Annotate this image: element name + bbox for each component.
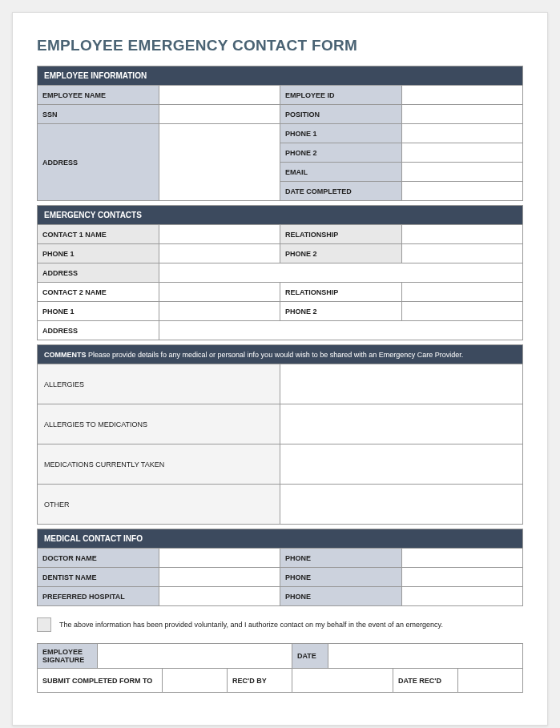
label-contact2-phone1: PHONE 1 xyxy=(38,302,159,321)
label-employee-signature: EMPLOYEE SIGNATURE xyxy=(38,644,98,669)
medical-header: MEDICAL CONTACT INFO xyxy=(38,529,523,549)
input-submit-to[interactable] xyxy=(163,669,228,693)
emergency-contacts-header: EMERGENCY CONTACTS xyxy=(38,206,523,225)
authorization-checkbox[interactable] xyxy=(37,617,51,632)
input-phone2[interactable] xyxy=(401,143,523,163)
label-dentist-phone: PHONE xyxy=(280,568,402,587)
input-contact2-phone1[interactable] xyxy=(159,302,280,321)
authorization-row: The above information has been provided … xyxy=(37,617,523,632)
input-hospital[interactable] xyxy=(159,587,280,606)
label-email: EMAIL xyxy=(280,163,402,182)
input-contact2-relationship[interactable] xyxy=(401,283,523,302)
input-email[interactable] xyxy=(401,163,523,182)
input-position[interactable] xyxy=(401,105,523,124)
comments-header-bold: COMMENTS xyxy=(44,351,87,359)
label-medications: MEDICATIONS CURRENTLY TAKEN xyxy=(38,444,280,485)
input-date-recd[interactable] xyxy=(458,669,523,693)
input-allergies-meds[interactable] xyxy=(280,404,523,444)
input-doctor[interactable] xyxy=(159,549,280,568)
label-submit-to: SUBMIT COMPLETED FORM TO xyxy=(38,669,163,693)
page-title: EMPLOYEE EMERGENCY CONTACT FORM xyxy=(37,37,523,54)
label-allergies: ALLERGIES xyxy=(38,364,280,404)
input-recd-by[interactable] xyxy=(292,669,393,693)
input-phone1[interactable] xyxy=(401,124,523,143)
input-allergies[interactable] xyxy=(280,364,523,404)
label-other: OTHER xyxy=(38,485,280,525)
label-phone2: PHONE 2 xyxy=(280,143,402,163)
comments-header-text: Please provide details fo any medical or… xyxy=(87,351,464,359)
label-contact1-relationship: RELATIONSHIP xyxy=(280,225,402,244)
label-doctor: DOCTOR NAME xyxy=(38,549,159,568)
label-contact1-name: CONTACT 1 NAME xyxy=(38,225,159,244)
label-recd-by: REC'D BY xyxy=(228,669,292,693)
label-date: DATE xyxy=(292,644,328,669)
label-date-completed: DATE COMPLETED xyxy=(280,182,402,201)
label-phone1: PHONE 1 xyxy=(280,124,402,143)
input-contact1-name[interactable] xyxy=(159,225,280,244)
label-doctor-phone: PHONE xyxy=(280,549,402,568)
label-date-recd: DATE REC'D xyxy=(393,669,458,693)
label-contact1-phone2: PHONE 2 xyxy=(280,244,402,263)
input-doctor-phone[interactable] xyxy=(401,549,523,568)
label-ssn: SSN xyxy=(38,105,159,124)
authorization-text: The above information has been provided … xyxy=(59,621,443,629)
label-contact1-phone1: PHONE 1 xyxy=(38,244,159,263)
comments-table: COMMENTS Please provide details fo any m… xyxy=(37,344,523,525)
label-address: ADDRESS xyxy=(38,124,159,201)
medical-contact-table: MEDICAL CONTACT INFO DOCTOR NAME PHONE D… xyxy=(37,529,523,606)
comments-header: COMMENTS Please provide details fo any m… xyxy=(38,345,523,364)
label-hospital-phone: PHONE xyxy=(280,587,402,606)
label-contact2-phone2: PHONE 2 xyxy=(280,302,402,321)
label-contact1-address: ADDRESS xyxy=(38,263,159,283)
input-contact1-phone2[interactable] xyxy=(401,244,523,263)
input-dentist-phone[interactable] xyxy=(401,568,523,587)
label-position: POSITION xyxy=(280,105,402,124)
input-employee-name[interactable] xyxy=(159,86,280,105)
form-page: EMPLOYEE EMERGENCY CONTACT FORM EMPLOYEE… xyxy=(12,12,548,726)
label-contact2-address: ADDRESS xyxy=(38,321,159,340)
input-contact2-name[interactable] xyxy=(159,283,280,302)
label-dentist: DENTIST NAME xyxy=(38,568,159,587)
input-hospital-phone[interactable] xyxy=(401,587,523,606)
input-contact1-relationship[interactable] xyxy=(401,225,523,244)
input-employee-signature[interactable] xyxy=(98,644,292,669)
input-contact1-address[interactable] xyxy=(159,263,523,283)
emergency-contacts-table: EMERGENCY CONTACTS CONTACT 1 NAME RELATI… xyxy=(37,205,523,340)
input-date[interactable] xyxy=(328,644,523,669)
label-contact2-name: CONTACT 2 NAME xyxy=(38,283,159,302)
label-employee-name: EMPLOYEE NAME xyxy=(38,86,159,105)
input-contact1-phone1[interactable] xyxy=(159,244,280,263)
input-address[interactable] xyxy=(159,124,280,201)
signature-table: EMPLOYEE SIGNATURE DATE SUBMIT COMPLETED… xyxy=(37,643,523,693)
employee-info-table: EMPLOYEE INFORMATION EMPLOYEE NAME EMPLO… xyxy=(37,66,523,201)
input-contact2-phone2[interactable] xyxy=(401,302,523,321)
label-contact2-relationship: RELATIONSHIP xyxy=(280,283,402,302)
input-date-completed[interactable] xyxy=(401,182,523,201)
input-dentist[interactable] xyxy=(159,568,280,587)
input-medications[interactable] xyxy=(280,444,523,485)
label-hospital: PREFERRED HOSPITAL xyxy=(38,587,159,606)
input-employee-id[interactable] xyxy=(401,86,523,105)
input-ssn[interactable] xyxy=(159,105,280,124)
input-other[interactable] xyxy=(280,485,523,525)
input-contact2-address[interactable] xyxy=(159,321,523,340)
label-allergies-meds: ALLERGIES TO MEDICATIONS xyxy=(38,404,280,444)
label-employee-id: EMPLOYEE ID xyxy=(280,86,402,105)
employee-info-header: EMPLOYEE INFORMATION xyxy=(38,66,523,86)
